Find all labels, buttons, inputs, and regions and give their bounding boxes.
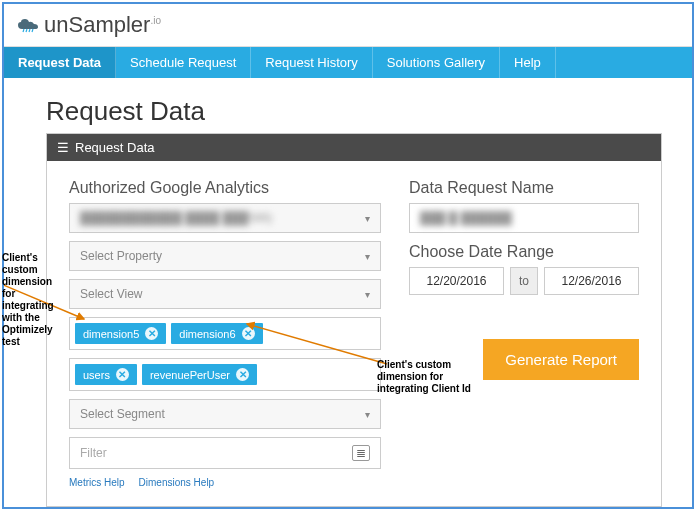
date-to-value: 12/26/2016 <box>561 274 621 288</box>
segment-placeholder: Select Segment <box>80 407 165 421</box>
data-request-name-value: ███ █ ██████ <box>420 211 512 225</box>
filter-placeholder: Filter <box>80 446 107 460</box>
app-header: unSampler.io <box>4 4 692 47</box>
tag-label: dimension5 <box>83 328 139 340</box>
data-request-name-label: Data Request Name <box>409 179 639 197</box>
chevron-down-icon: ▾ <box>365 409 370 420</box>
tag-label: users <box>83 369 110 381</box>
view-select[interactable]: Select View ▾ <box>69 279 381 309</box>
tag-label: revenuePerUser <box>150 369 230 381</box>
nav-schedule-request[interactable]: Schedule Request <box>116 47 251 78</box>
remove-tag-icon[interactable]: ✕ <box>145 327 158 340</box>
dimensions-help-link[interactable]: Dimensions Help <box>139 477 215 488</box>
dimension-tag[interactable]: dimension6 ✕ <box>171 323 262 344</box>
brand-bold: Sampler <box>68 12 150 37</box>
view-placeholder: Select View <box>80 287 142 301</box>
request-data-panel: ☰ Request Data Authorized Google Analyti… <box>46 133 662 507</box>
filter-input[interactable]: Filter ≣ <box>69 437 381 469</box>
metric-tag[interactable]: users ✕ <box>75 364 137 385</box>
dimension-tag[interactable]: dimension5 ✕ <box>75 323 166 344</box>
remove-tag-icon[interactable]: ✕ <box>242 327 255 340</box>
filter-list-icon: ≣ <box>352 445 370 461</box>
metrics-input[interactable]: users ✕ revenuePerUser ✕ <box>69 358 381 391</box>
account-value: ████████████ ████ ███589) <box>80 211 272 225</box>
brand-logo: unSampler.io <box>16 12 161 38</box>
chevron-down-icon: ▾ <box>365 251 370 262</box>
brand-sup: .io <box>150 15 161 26</box>
cloud-icon <box>16 17 40 33</box>
page-title: Request Data <box>46 96 662 127</box>
metric-tag[interactable]: revenuePerUser ✕ <box>142 364 257 385</box>
nav-request-data[interactable]: Request Data <box>4 47 116 78</box>
date-to-input[interactable]: 12/26/2016 <box>544 267 639 295</box>
chevron-down-icon: ▾ <box>365 289 370 300</box>
segment-select[interactable]: Select Segment ▾ <box>69 399 381 429</box>
list-icon: ☰ <box>57 140 69 155</box>
panel-header: ☰ Request Data <box>47 134 661 161</box>
nav-solutions-gallery[interactable]: Solutions Gallery <box>373 47 500 78</box>
metrics-help-link[interactable]: Metrics Help <box>69 477 125 488</box>
panel-title: Request Data <box>75 140 155 155</box>
chevron-down-icon: ▾ <box>365 213 370 224</box>
dimensions-input[interactable]: dimension5 ✕ dimension6 ✕ <box>69 317 381 350</box>
remove-tag-icon[interactable]: ✕ <box>116 368 129 381</box>
date-from-input[interactable]: 12/20/2016 <box>409 267 504 295</box>
property-select[interactable]: Select Property ▾ <box>69 241 381 271</box>
authorized-ga-label: Authorized Google Analytics <box>69 179 381 197</box>
main-nav: Request Data Schedule Request Request Hi… <box>4 47 692 78</box>
property-placeholder: Select Property <box>80 249 162 263</box>
account-select[interactable]: ████████████ ████ ███589) ▾ <box>69 203 381 233</box>
remove-tag-icon[interactable]: ✕ <box>236 368 249 381</box>
nav-request-history[interactable]: Request History <box>251 47 372 78</box>
date-separator: to <box>510 267 538 295</box>
nav-help[interactable]: Help <box>500 47 556 78</box>
generate-report-button[interactable]: Generate Report <box>483 339 639 380</box>
brand-pre: un <box>44 12 68 37</box>
date-from-value: 12/20/2016 <box>426 274 486 288</box>
date-range-label: Choose Date Range <box>409 243 639 261</box>
data-request-name-input[interactable]: ███ █ ██████ <box>409 203 639 233</box>
tag-label: dimension6 <box>179 328 235 340</box>
